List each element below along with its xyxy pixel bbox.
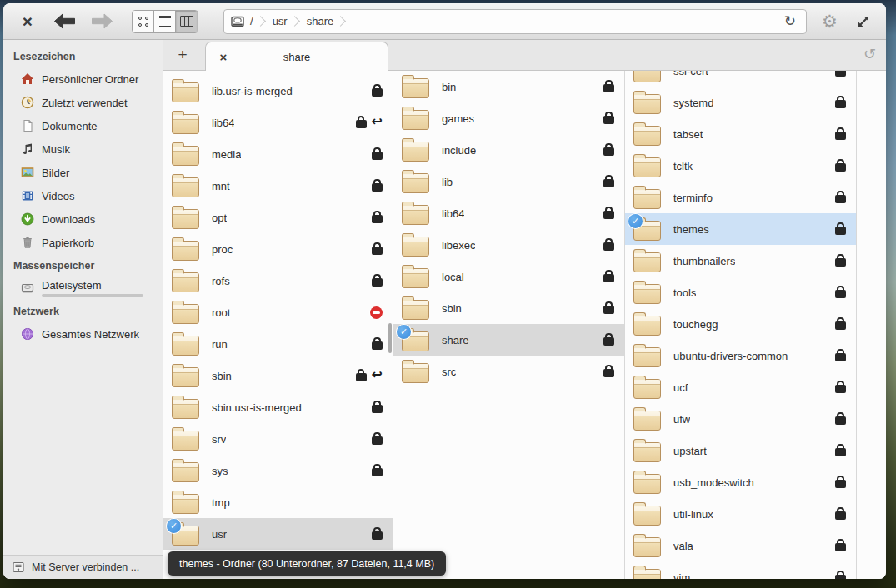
file-row-lib64[interactable]: lib64 [393, 197, 624, 229]
fullscreen-button[interactable] [856, 14, 871, 29]
file-row-sbin[interactable]: sbin [393, 292, 624, 324]
back-button[interactable] [53, 13, 76, 29]
no-access-emblem-icon [370, 306, 383, 319]
history-button[interactable]: ↺ [863, 47, 876, 62]
file-row-usr[interactable]: ✓usr [163, 518, 393, 550]
folder-icon [172, 270, 201, 292]
sidebar-item-persönlicher-ordner[interactable]: Persönlicher Ordner [3, 67, 163, 91]
tab-bar: + × share ↺ [163, 40, 886, 71]
new-tab-button[interactable]: + [170, 44, 195, 66]
file-row-proc[interactable]: proc [163, 233, 393, 265]
window-close-button[interactable]: × [17, 12, 38, 30]
tab-close-button[interactable]: × [211, 50, 236, 64]
file-row-terminfo[interactable]: terminfo [625, 182, 856, 213]
sidebar-item-papierkorb[interactable]: Papierkorb [3, 231, 163, 254]
sidebar: LesezeichenPersönlicher OrdnerZuletzt ve… [3, 40, 163, 579]
file-row-tabset[interactable]: tabset [625, 118, 856, 150]
sidebar-item-dokumente[interactable]: Dokumente [3, 114, 163, 137]
reload-button[interactable]: ↻ [778, 14, 803, 28]
file-row-share[interactable]: ✓share [393, 324, 624, 356]
emblems [372, 338, 383, 350]
folder-icon [172, 460, 201, 482]
file-row-rofs[interactable]: rofs [163, 265, 393, 296]
breadcrumb-segment[interactable]: usr [271, 15, 289, 27]
file-row-vim[interactable]: vim [625, 561, 856, 579]
lock-emblem-icon [356, 373, 367, 381]
file-row-opt[interactable]: opt [163, 202, 393, 233]
sidebar-item-videos[interactable]: Videos [3, 184, 163, 207]
sidebar-item-gesamtes-netzwerk[interactable]: Gesamtes Netzwerk [3, 322, 163, 346]
emblems [835, 223, 846, 235]
lock-emblem-icon [835, 258, 846, 267]
file-row-src[interactable]: src [393, 356, 624, 387]
file-row-tcltk[interactable]: tcltk [625, 150, 856, 182]
sidebar-item-musik[interactable]: Musik [3, 137, 163, 161]
sidebar-section-header: Massenspeicher [3, 254, 163, 277]
file-row-tools[interactable]: tools [625, 277, 856, 308]
sidebar-item-downloads[interactable]: Downloads [3, 207, 163, 231]
file-row-vala[interactable]: vala [625, 530, 856, 561]
column-view-button[interactable] [176, 11, 198, 32]
file-row-sbin.usr-is-merged[interactable]: sbin.usr-is-merged [163, 391, 393, 423]
file-row-local[interactable]: local [393, 261, 624, 292]
file-row-ssl-cert[interactable]: ssl-cert [625, 71, 856, 87]
file-row-util-linux[interactable]: util-linux [625, 498, 856, 530]
file-row-lib[interactable]: lib [393, 166, 624, 197]
lock-emblem-icon [835, 543, 846, 551]
menu-button[interactable]: ⚙ [822, 12, 838, 30]
file-row-usb_modeswitch[interactable]: usb_modeswitch [625, 466, 856, 498]
file-row-lib.usr-is-merged[interactable]: lib.usr-is-merged [163, 75, 393, 107]
file-row-systemd[interactable]: systemd [625, 87, 856, 118]
file-row-root[interactable]: root [163, 296, 393, 328]
forward-button[interactable] [91, 13, 113, 29]
file-row-media[interactable]: media [163, 138, 393, 170]
file-row-sbin[interactable]: sbin↩ [163, 360, 393, 391]
symlink-emblem-icon: ↩ [372, 368, 383, 381]
file-row-ucf[interactable]: ucf [625, 371, 856, 403]
file-row-ufw[interactable]: ufw [625, 403, 856, 435]
emblems [372, 401, 383, 413]
column-scrollbar-thumb[interactable] [388, 323, 392, 353]
breadcrumb[interactable]: / usr share ↻ [223, 9, 807, 34]
breadcrumb-segment[interactable]: share [305, 15, 336, 27]
lock-emblem-icon [835, 163, 846, 172]
file-row-ubuntu-drivers-common[interactable]: ubuntu-drivers-common [625, 340, 856, 371]
emblems [372, 180, 383, 192]
breadcrumb-root[interactable]: / [248, 15, 255, 27]
sidebar-item-dateisystem[interactable]: Dateisystem [3, 277, 163, 300]
file-row-include[interactable]: include [393, 134, 624, 166]
file-row-mnt[interactable]: mnt [163, 170, 393, 202]
lock-emblem-icon [372, 247, 383, 255]
file-row-games[interactable]: games [393, 102, 624, 134]
file-row-srv[interactable]: srv [163, 423, 393, 455]
file-row-tmp[interactable]: tmp [163, 486, 393, 518]
file-name: tabset [673, 128, 703, 141]
folder-icon [402, 297, 431, 320]
file-row-lib64[interactable]: lib64↩ [163, 107, 393, 138]
titlebar: × / [3, 3, 886, 40]
lock-emblem-icon [603, 337, 614, 346]
list-view-button[interactable] [154, 11, 176, 32]
tab-share[interactable]: × share [205, 42, 388, 71]
column-usr-rows: bingamesincludeliblib64libexeclocalsbin✓… [393, 71, 624, 387]
file-name: sys [212, 465, 228, 477]
network-icon [20, 327, 34, 341]
file-row-sys[interactable]: sys [163, 455, 393, 486]
file-row-run[interactable]: run [163, 328, 393, 360]
sidebar-item-bilder[interactable]: Bilder [3, 161, 163, 184]
file-name: tmp [212, 496, 230, 509]
file-row-touchegg[interactable]: touchegg [625, 308, 856, 340]
file-name: srv [212, 433, 226, 446]
sidebar-item-zuletzt-verwendet[interactable]: Zuletzt verwendet [3, 91, 163, 114]
file-row-upstart[interactable]: upstart [625, 435, 856, 466]
file-name: local [442, 271, 464, 283]
file-row-libexec[interactable]: libexec [393, 229, 624, 261]
file-row-bin[interactable]: bin [393, 71, 624, 102]
emblems [372, 148, 383, 160]
connect-to-server-button[interactable]: Mit Server verbinden ... [3, 555, 163, 579]
file-row-thumbnailers[interactable]: thumbnailers [625, 245, 856, 277]
folder-icon [633, 440, 663, 462]
file-row-themes[interactable]: ✓themes [625, 213, 856, 245]
folder-icon [402, 266, 431, 288]
icon-view-button[interactable] [133, 11, 154, 32]
